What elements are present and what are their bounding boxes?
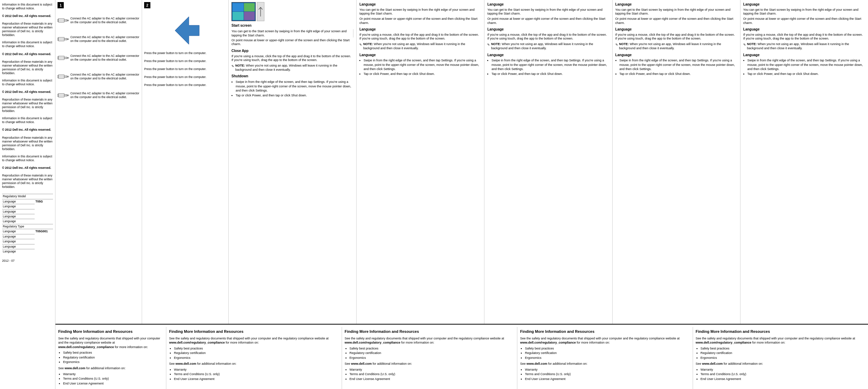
sidebar-reg-table: Regulatory Model Language T05G Language …: [2, 194, 53, 254]
resources-col-5: Finding More Information and Resources S…: [693, 327, 868, 389]
resources-intro-1: See the safety and regulatory documents …: [58, 336, 163, 349]
adapter-icon-4: [58, 68, 69, 85]
note-box-5: ✎ NOTE: When you're not using an app, Wi…: [743, 42, 865, 50]
svg-rect-20: [58, 94, 59, 97]
resources-col-1: Finding More Information and Resources S…: [55, 327, 166, 389]
resource-item-terms-5: Terms and Conditions (U.S. only): [701, 372, 866, 377]
step-2-number: 2: [144, 2, 150, 8]
start-screen-text2-3: Or point mouse at lower or upper-right c…: [487, 17, 609, 25]
shutdown-heading-4: Language: [615, 53, 737, 58]
note-box-1: ✎ NOTE: When you're not using an app, Wi…: [231, 64, 353, 72]
shutdown-bullet-3-1: Swipe in from the right edge of the scre…: [491, 58, 609, 71]
resources-heading-5: Finding More Information and Resources: [696, 329, 866, 334]
swipe-gesture-icon: [258, 7, 263, 17]
resources-intro-3: See the safety and regulatory documents …: [345, 336, 515, 345]
svg-rect-7: [67, 38, 68, 40]
resources-heading-3: Finding More Information and Resources: [345, 329, 515, 334]
resources-col-3: Finding More Information and Resources S…: [342, 327, 518, 389]
svg-rect-12: [58, 57, 59, 59]
svg-rect-10: [64, 57, 67, 59]
screen-thumbnail: [231, 2, 256, 21]
resources-heading-4: Finding More Information and Resources: [520, 329, 690, 334]
start-screen-text2-4: Or point mouse at lower or upper-right c…: [615, 17, 737, 25]
adapter-icon-5: [58, 87, 69, 104]
resources-intro-2: See the safety and regulatory documents …: [169, 336, 339, 345]
note-text-4: NOTE: When you're not using an app, Wind…: [619, 42, 737, 50]
resources-bullets1-5: Safety best practices Regulatory certifi…: [696, 346, 866, 361]
resources-bullets2-5: Warranty Terms and Conditions (U.S. only…: [696, 368, 866, 382]
resource-item-warranty-4: Warranty: [525, 368, 690, 372]
resource-item-reg-3: Regulatory certification: [350, 351, 515, 356]
resource-item-erg-4: Ergonomics: [525, 356, 690, 361]
adapter-icon-1: [58, 12, 69, 29]
close-app-text-2: If you're using a mouse, click the top o…: [359, 33, 481, 41]
shutdown-bullet-4-1: Swipe in from the right edge of the scre…: [620, 58, 737, 71]
resources-intro-4: See the safety and regulatory documents …: [520, 336, 690, 345]
adapter-icon-2: [58, 31, 69, 48]
resource-item-reg-1: Regulatory certification: [63, 355, 163, 360]
step-1-number: 1: [58, 2, 64, 8]
start-screen-text1-1: You can get to the Start screen by swipi…: [231, 29, 353, 37]
svg-rect-9: [59, 56, 64, 60]
resource-item-safety-3: Safety best practices: [350, 346, 515, 351]
resource-item-terms-2: Terms and Conditions (U.S. only): [174, 372, 339, 377]
shutdown-bullet-4-2: Tap or click Power, and then tap or clic…: [620, 72, 737, 76]
shutdown-bullet-1-1: Swipe in from the right edge of the scre…: [236, 80, 353, 93]
svg-rect-14: [64, 76, 67, 77]
resources-bullets1-1: Safety best practices Regulatory certifi…: [58, 351, 163, 365]
shutdown-list-5: Swipe in from the right edge of the scre…: [743, 58, 865, 76]
shutdown-heading-1: Shutdown: [231, 74, 353, 79]
shutdown-bullet-1-2: Tap or click Power, and then tap or clic…: [236, 93, 353, 98]
note-text-3: NOTE: When you're not using an app, Wind…: [491, 42, 609, 50]
start-screen-text2-5: Or point mouse at lower or upper-right c…: [743, 17, 865, 25]
resource-item-eula-5: End User License Agreement: [701, 377, 866, 382]
shutdown-heading-3: Language: [487, 53, 609, 58]
power-arrow-icon: [168, 13, 203, 48]
close-app-text-4: If you're using a mouse, click the top o…: [615, 33, 737, 41]
resources-see-5: See www.dell.com for additional informat…: [696, 362, 866, 366]
resource-item-eula-2: End User License Agreement: [174, 377, 339, 382]
resource-item-warranty-5: Warranty: [701, 368, 866, 372]
svg-rect-1: [64, 19, 67, 21]
svg-rect-17: [59, 94, 64, 97]
svg-rect-0: [59, 19, 64, 23]
page-container: Information in this document is subject …: [0, 0, 868, 389]
bottom-section: Finding More Information and Resources S…: [55, 325, 868, 389]
lang-col-4: Language You can get to the Start screen…: [613, 0, 740, 324]
sidebar-notice-3: Information in this document is subject …: [2, 79, 53, 113]
svg-marker-21: [175, 17, 199, 44]
resource-item-erg-1: Ergonomics: [63, 360, 163, 365]
shutdown-list-2: Swipe in from the right edge of the scre…: [359, 58, 481, 76]
shutdown-list-4: Swipe in from the right edge of the scre…: [615, 58, 737, 76]
close-app-text-5: If you're using a mouse, click the top o…: [743, 33, 865, 41]
close-app-heading-3: Language: [487, 27, 609, 32]
note-icon-5: ✎: [743, 43, 746, 50]
note-box-3: ✎ NOTE: When you're not using an app, Wi…: [487, 42, 609, 50]
resource-item-terms-4: Terms and Conditions (U.S. only): [525, 372, 690, 377]
lang-col-3: Language You can get to the Start screen…: [484, 0, 612, 324]
note-text-1: NOTE: When you're not using an app, Wind…: [235, 64, 353, 72]
start-screen-text1-2: You can get to the Start screen by swipi…: [359, 8, 481, 16]
step-2-panel: 2 Press the power button to turn on the …: [142, 0, 228, 324]
sidebar-notice-1: Information in this document is subject …: [2, 3, 53, 37]
shutdown-list-3: Swipe in from the right edge of the scre…: [487, 58, 609, 76]
start-screen-text1-5: You can get to the Start screen by swipi…: [743, 8, 865, 16]
resource-item-safety-5: Safety best practices: [701, 346, 866, 351]
resources-see-4: See www.dell.com for additional informat…: [520, 362, 690, 366]
svg-rect-15: [67, 76, 68, 77]
sidebar-notice-5: Information in this document is subject …: [2, 155, 53, 189]
resource-item-terms-1: Terms and Conditions (U.S. only): [63, 377, 163, 381]
resource-item-eula-3: End User License Agreement: [350, 377, 515, 382]
resource-item-warranty-3: Warranty: [350, 368, 515, 372]
lang-col-5: Language You can get to the Start screen…: [740, 0, 868, 324]
close-app-heading-5: Language: [743, 27, 865, 32]
main-content: 1 Connect the AC adapter to the AC: [55, 0, 868, 389]
sidebar-notice-2: Information in this document is subject …: [2, 41, 53, 75]
start-screen-text1-4: You can get to the Start screen by swipi…: [615, 8, 737, 16]
note-icon-3: ✎: [487, 43, 490, 50]
start-screen-text2-2: Or point mouse at lower or upper-right c…: [359, 17, 481, 25]
note-icon-2: ✎: [359, 43, 362, 50]
sidebar-notice-4: Information in this document is subject …: [2, 116, 53, 151]
resource-item-warranty-1: Warranty: [63, 372, 163, 377]
sidebar-year: 2012 - 07: [2, 259, 53, 263]
